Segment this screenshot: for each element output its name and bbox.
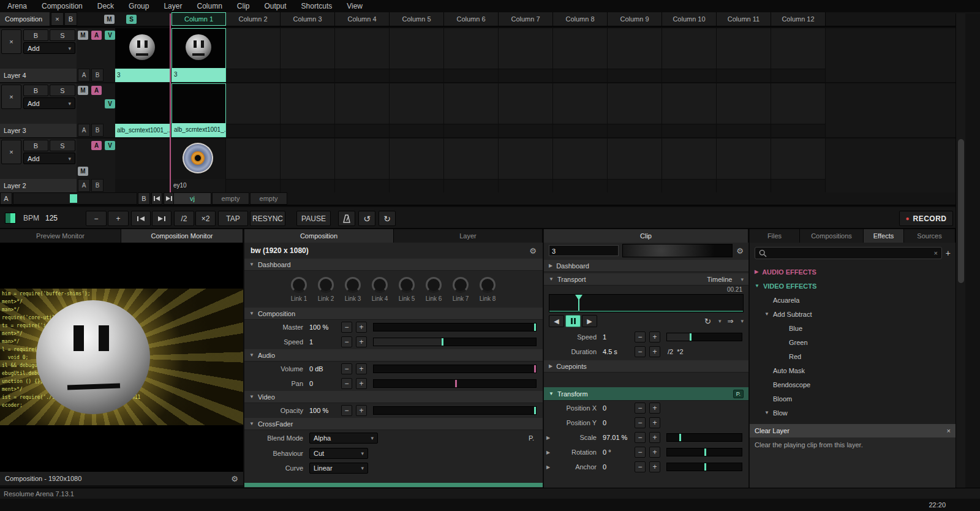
menu-output[interactable]: Output <box>257 0 294 12</box>
section-composition[interactable]: ▼Composition <box>244 308 543 320</box>
play-backwards-button[interactable]: ◀ <box>549 315 564 327</box>
crossfader-handle[interactable] <box>70 194 77 203</box>
clip-name-input[interactable]: 3 <box>549 245 619 256</box>
layer-solo-button[interactable]: S <box>50 140 75 151</box>
position-x-increase[interactable]: + <box>649 403 660 414</box>
layer-v-toggle[interactable]: V <box>105 99 115 108</box>
scale-value[interactable]: 97.01 % <box>603 434 635 441</box>
redo-button[interactable]: ↻ <box>379 211 396 226</box>
section-crossfader[interactable]: ▼CrossFader <box>244 418 543 430</box>
position-y-value[interactable]: 0 <box>603 419 635 426</box>
layer-name[interactable]: Layer 4 <box>0 69 77 82</box>
layer-blend-dropdown[interactable]: Add▾ <box>23 97 75 109</box>
clip-speed-value[interactable]: 1 <box>603 333 635 341</box>
tab-clip[interactable]: Clip <box>544 229 748 243</box>
fade-to-a-button[interactable] <box>151 192 162 205</box>
layer-solo-button[interactable]: S <box>50 29 75 41</box>
direction-dropdown[interactable]: ⇒▾ <box>727 317 744 325</box>
tab-layer[interactable]: Layer <box>394 229 543 243</box>
add-effect-button[interactable]: + <box>946 248 951 258</box>
layer-bypass-button[interactable]: B <box>23 140 48 151</box>
preset-red[interactable]: Red <box>750 349 956 363</box>
position-y-decrease[interactable]: − <box>635 417 646 428</box>
layer-close-button[interactable]: × <box>1 29 21 54</box>
layer-crossfader-a[interactable]: A <box>78 179 90 192</box>
tab-preview-monitor[interactable]: Preview Monitor <box>0 229 121 243</box>
column-header-9[interactable]: Column 9 <box>608 12 662 26</box>
tab-compositions[interactable]: Compositions <box>800 229 864 243</box>
master-slider[interactable] <box>373 323 537 331</box>
rotation-increase[interactable]: + <box>649 447 660 458</box>
speed-increase-button[interactable]: + <box>356 336 367 347</box>
duration-increase[interactable]: + <box>649 346 660 357</box>
layer-crossfader-b[interactable]: B <box>91 69 104 81</box>
clip-cell-selected[interactable]: alb_scrntext1001_... <box>172 83 226 137</box>
crossfader-track[interactable] <box>13 192 137 205</box>
expand-icon[interactable]: ▶ <box>544 464 552 470</box>
layer-m-toggle[interactable]: M <box>78 167 88 176</box>
param-p-button[interactable]: P. <box>529 434 534 442</box>
anchor-decrease[interactable]: − <box>635 461 646 472</box>
duration-half-button[interactable]: /2 <box>668 348 673 355</box>
layer-a-toggle[interactable]: A <box>91 86 102 95</box>
volume-value[interactable]: 0 dB <box>309 365 341 373</box>
column-header-8[interactable]: Column 8 <box>553 12 608 26</box>
rotation-decrease[interactable]: − <box>635 447 646 458</box>
layer-close-button[interactable]: × <box>1 140 21 164</box>
section-clip-dashboard[interactable]: ▶Dashboard <box>544 260 748 272</box>
speed-decrease-button[interactable]: − <box>341 336 352 347</box>
blend-mode-dropdown[interactable]: Alpha▾ <box>309 433 378 444</box>
pause-button[interactable]: PAUSE <box>296 211 331 226</box>
opacity-value[interactable]: 100 % <box>309 407 341 414</box>
speed-value[interactable]: 1 <box>309 338 341 346</box>
deck-tab-vj[interactable]: vj <box>173 192 211 205</box>
vertical-scrollbar[interactable] <box>956 13 965 488</box>
beat-snap-forward-button[interactable] <box>152 211 172 226</box>
pan-slider[interactable] <box>373 379 537 388</box>
metronome-button[interactable] <box>338 211 355 226</box>
deck-tab-empty-1[interactable]: empty <box>212 192 249 205</box>
undo-button[interactable]: ↺ <box>358 211 375 226</box>
section-dashboard[interactable]: ▼Dashboard <box>244 259 543 271</box>
effect-blow[interactable]: ▼Blow <box>750 406 956 420</box>
layer-blend-dropdown[interactable]: Add▾ <box>23 42 75 54</box>
column-header-2[interactable]: Column 2 <box>226 12 281 26</box>
duration-value[interactable]: 4.5 s <box>603 348 635 355</box>
column-header-12[interactable]: Column 12 <box>771 12 826 26</box>
menu-group[interactable]: Group <box>121 0 156 12</box>
scrollbar-thumb[interactable] <box>958 139 964 283</box>
pan-value[interactable]: 0 <box>309 380 341 387</box>
pan-decrease-button[interactable]: − <box>341 378 352 389</box>
rotation-value[interactable]: 0 ° <box>603 449 635 456</box>
transform-p-button[interactable]: P. <box>733 390 744 398</box>
column-header-10[interactable]: Column 10 <box>662 12 717 26</box>
loop-mode-dropdown[interactable]: ↻▾ <box>704 317 721 326</box>
opacity-decrease-button[interactable]: − <box>341 405 352 416</box>
menu-arena[interactable]: Arena <box>0 0 34 12</box>
tab-composition[interactable]: Composition <box>244 229 394 243</box>
menu-layer[interactable]: Layer <box>156 0 189 12</box>
volume-slider[interactable] <box>373 365 537 373</box>
master-decrease-button[interactable]: − <box>341 322 352 333</box>
layer-blend-dropdown[interactable]: Add▾ <box>23 153 75 164</box>
layer-v-toggle[interactable]: V <box>105 141 115 150</box>
pause-clip-button[interactable] <box>565 315 581 327</box>
section-clip-transport[interactable]: ▼Transport Timeline▾ <box>544 273 748 286</box>
beat-snap-back-button[interactable] <box>131 211 151 226</box>
pan-increase-button[interactable]: + <box>356 378 367 389</box>
composition-tab[interactable]: Composition <box>0 12 50 26</box>
link-5-knob[interactable] <box>399 277 415 293</box>
expand-icon[interactable]: ▶ <box>544 450 552 455</box>
empty-clip-cells[interactable] <box>172 83 826 124</box>
section-cuepoints[interactable]: ▶Cuepoints <box>544 360 748 373</box>
scale-increase[interactable]: + <box>649 432 660 443</box>
clip-speed-slider[interactable] <box>666 333 742 341</box>
column-header-5[interactable]: Column 5 <box>390 12 444 26</box>
bpm-value[interactable]: 125 <box>45 207 58 229</box>
layer-a-toggle[interactable]: A <box>91 31 102 40</box>
tab-files[interactable]: Files <box>750 229 800 243</box>
bpm-increase-button[interactable]: + <box>108 211 129 226</box>
resync-button[interactable]: RESYNC <box>250 211 285 226</box>
empty-clip-cells[interactable] <box>172 28 826 69</box>
link-4-knob[interactable] <box>372 277 388 293</box>
